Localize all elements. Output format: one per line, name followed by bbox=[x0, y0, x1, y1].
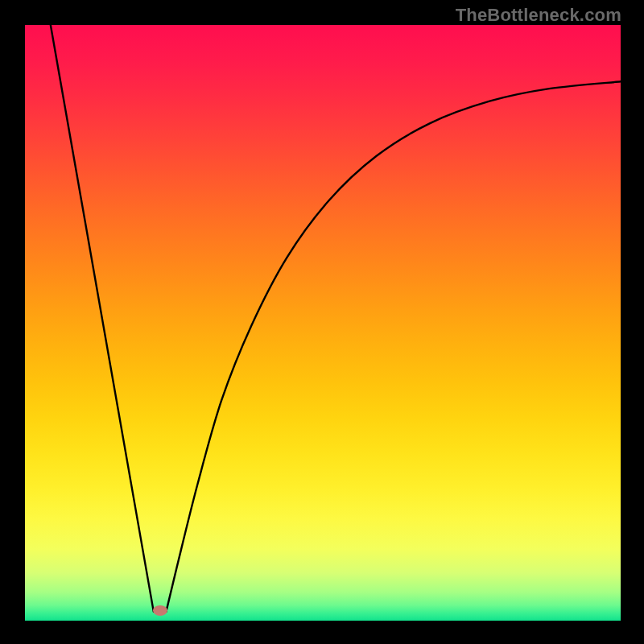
watermark-text: TheBottleneck.com bbox=[456, 5, 621, 26]
gradient-background bbox=[25, 25, 621, 621]
minimum-marker bbox=[153, 605, 167, 616]
chart-svg bbox=[25, 25, 621, 621]
